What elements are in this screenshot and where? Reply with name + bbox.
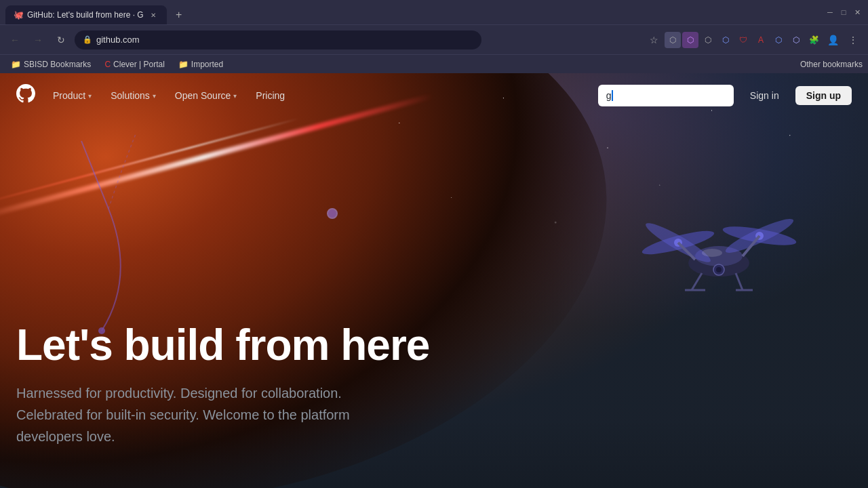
sign-in-button[interactable]: Sign in [739,86,790,105]
nav-open-source-label: Open Source [175,90,231,101]
nav-product-label: Product [53,90,85,101]
nav-pricing-label: Pricing [256,90,285,101]
github-logo[interactable] [16,84,35,107]
nav-product[interactable]: Product ▾ [46,86,98,105]
window-controls: ─ □ ✕ [825,7,863,18]
extension-3[interactable]: ⬡ [717,32,734,48]
minimize-button[interactable]: ─ [825,7,835,18]
other-bookmarks-label: Other bookmarks [800,60,863,69]
search-value: g [606,90,612,101]
svg-line-12 [692,273,702,290]
extension-5[interactable]: A [753,32,769,48]
hero-title: Let's build from here [16,321,491,369]
svg-point-1 [328,209,337,218]
tab-close-button[interactable]: ✕ [148,9,159,20]
close-button[interactable]: ✕ [852,7,863,18]
url-display: github.com [96,35,473,45]
back-button[interactable]: ← [5,30,24,49]
lock-icon: 🔒 [83,35,92,44]
other-bookmarks[interactable]: Other bookmarks [800,60,863,69]
folder-icon-2: 📁 [178,60,189,69]
svg-point-16 [702,249,722,257]
drone-illustration [624,188,814,324]
address-bar[interactable]: 🔒 github.com [75,30,481,49]
nav-open-source[interactable]: Open Source ▾ [168,86,244,105]
extension-4[interactable]: 🛡 [735,32,751,48]
profile-button[interactable]: 👤 [823,30,842,49]
hero-subtitle: Harnessed for productivity. Designed for… [16,382,396,447]
bookmark-imported-label: Imported [191,60,223,69]
solutions-chevron: ▾ [153,92,156,100]
svg-line-13 [736,273,743,290]
tab-title: GitHub: Let's build from here · G [27,10,144,20]
bookmark-imported[interactable]: 📁 Imported [173,58,229,70]
github-navbar: Product ▾ Solutions ▾ Open Source ▾ Pric… [0,73,868,118]
extension-2[interactable]: ⬡ [682,32,698,48]
extension-6[interactable]: ⬡ [770,32,787,48]
github-page: Product ▾ Solutions ▾ Open Source ▾ Pric… [0,73,868,488]
tab-favicon: 🐙 [14,10,23,20]
clever-icon: C [104,60,111,69]
bookmark-star-button[interactable]: ☆ [644,30,663,49]
maximize-button[interactable]: □ [838,7,849,18]
forward-button[interactable]: → [28,30,47,49]
tab-bar: 🐙 GitHub: Let's build from here · G ✕ + [5,0,189,24]
extension-7[interactable]: ⬡ [788,32,804,48]
svg-point-18 [716,267,722,272]
search-cursor [612,90,613,101]
nav-solutions-label: Solutions [111,90,150,101]
bookmark-clever[interactable]: C Clever | Portal [99,58,170,70]
more-menu-button[interactable]: ⋮ [844,30,863,49]
hero-content: Let's build from here Harnessed for prod… [16,321,491,447]
search-box[interactable]: g [598,85,734,106]
bookmarks-bar: 📁 SBISD Bookmarks C Clever | Portal 📁 Im… [0,54,868,73]
bookmark-sbisd-label: SBISD Bookmarks [24,60,91,69]
extension-chrome[interactable]: ⬡ [700,32,716,48]
puzzle-icon[interactable]: 🧩 [806,32,822,48]
active-tab[interactable]: 🐙 GitHub: Let's build from here · G ✕ [5,5,167,24]
bookmark-clever-label: Clever | Portal [113,60,165,69]
nav-solutions[interactable]: Solutions ▾ [104,86,163,105]
new-tab-button[interactable]: + [170,5,189,24]
product-chevron: ▾ [88,92,92,100]
bookmark-sbisd[interactable]: 📁 SBISD Bookmarks [5,58,96,70]
folder-icon: 📁 [11,60,21,69]
browser-actions: ☆ ⬡ ⬡ ⬡ ⬡ 🛡 A ⬡ ⬡ 🧩 👤 ⋮ [644,30,863,49]
address-bar-row: ← → ↻ 🔒 github.com ☆ ⬡ ⬡ ⬡ ⬡ 🛡 A ⬡ ⬡ 🧩 👤… [0,24,868,54]
title-bar: 🐙 GitHub: Let's build from here · G ✕ + … [0,0,868,24]
browser-window: 🐙 GitHub: Let's build from here · G ✕ + … [0,0,868,73]
open-source-chevron: ▾ [233,92,237,100]
sign-up-button[interactable]: Sign up [795,86,852,105]
reload-button[interactable]: ↻ [52,30,71,49]
extension-1[interactable]: ⬡ [665,32,681,48]
nav-pricing[interactable]: Pricing [249,86,292,105]
